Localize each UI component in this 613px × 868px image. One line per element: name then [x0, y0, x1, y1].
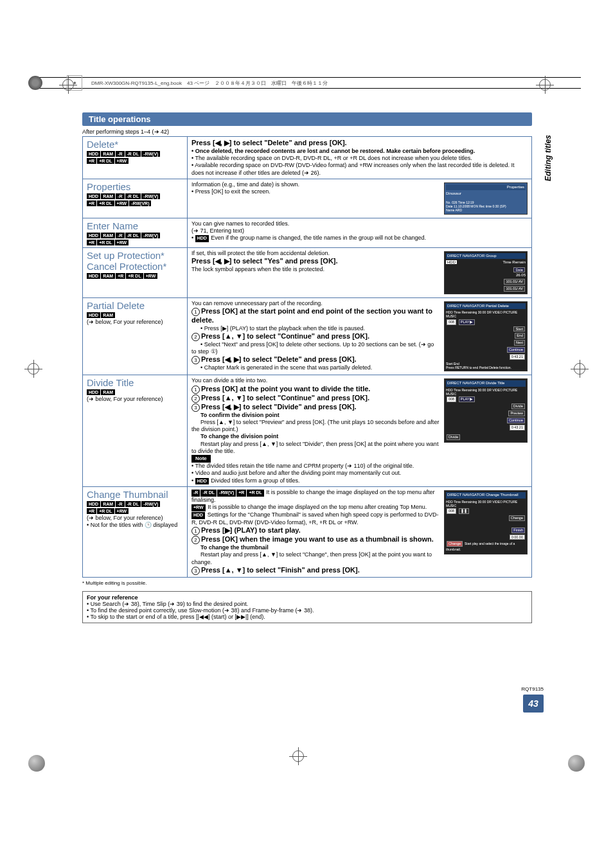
partial-delete-screenshot: DIRECT NAVIGATOR Partial Delete HDD Time… [444, 301, 528, 372]
crop-mark-icon [24, 360, 42, 378]
crop-mark-icon [289, 747, 307, 765]
side-tab-label: Editing titles [544, 135, 553, 181]
header-caption: DMR-XW300GN-RQT9135-L_eng.book 43 ページ ２０… [91, 80, 328, 87]
binder-hole-icon [568, 755, 585, 772]
op-properties-title: Properties [87, 181, 183, 192]
op-change-thumbnail-title: Change Thumbnail [87, 489, 183, 500]
op-setup-protection-title: Set up Protection* [87, 250, 183, 261]
binder-hole-icon [28, 76, 42, 90]
after-steps: After performing steps 1–4 (➜ 42) [82, 128, 532, 135]
section-title: Title operations [82, 112, 532, 126]
divide-screenshot: DIRECT NAVIGATOR Divide Title HDD Time R… [444, 378, 528, 442]
properties-screenshot: Properties Dinosaur No. 026 Time 12:19 D… [444, 182, 528, 215]
multiple-edit-note: * Multiple editing is possible. [82, 580, 532, 586]
op-cancel-protection-title: Cancel Protection* [87, 261, 183, 272]
binder-hole-icon [28, 755, 45, 772]
op-delete-title: Delete* [87, 139, 183, 150]
op-divide-title: Divide Title [87, 377, 183, 388]
thumbnail-screenshot: DIRECT NAVIGATOR Change Thumbnail HDD Ti… [444, 490, 528, 554]
note-badge: Note [191, 455, 211, 463]
protection-screenshot: DIRECT NAVIGATOR Group HDD Time Remain D… [444, 251, 528, 294]
rqt-number: RQT9135 [521, 686, 544, 692]
crop-mark-icon [536, 76, 554, 94]
operations-table: Delete* HDDRAM-R-R DL-RW(V) +R+R DL+RW P… [82, 136, 532, 578]
page-number: 43 [523, 695, 544, 713]
badge: HDD [87, 151, 100, 157]
op-partial-delete-title: Partial Delete [87, 300, 183, 311]
reference-box: For your reference • Use Search (➜ 38), … [82, 591, 532, 623]
crop-mark-icon [59, 76, 77, 94]
delete-instruction: Press [◀, ▶] to select "Delete" and pres… [191, 139, 347, 146]
crop-mark-icon [571, 360, 589, 378]
op-enter-name-title: Enter Name [87, 220, 183, 231]
header-strip: ✦ DMR-XW300GN-RQT9135-L_eng.book 43 ページ … [32, 77, 581, 89]
